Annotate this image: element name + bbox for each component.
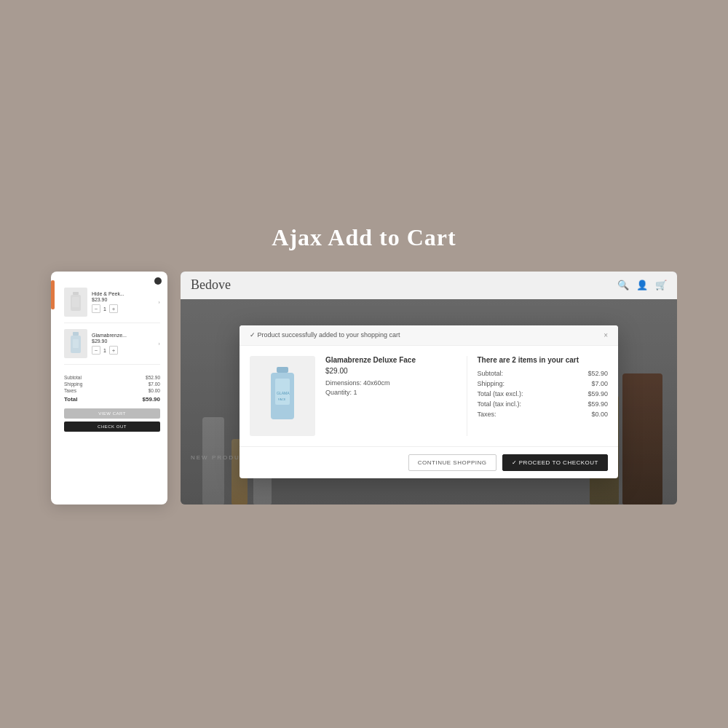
summary-subtotal-label: Subtotal:: [478, 370, 504, 377]
product-quantity: Quantity: 1: [325, 389, 456, 396]
cart-item-info: Glamabrenze... $29.90 − 1 +: [92, 332, 160, 355]
desktop-bg: NEW PRODUCT Bedove 🔍 👤 🛒 ✓ Product succe…: [181, 272, 677, 505]
summary-total-incl-value: $59.90: [587, 400, 608, 408]
summary-taxes-value: $0.00: [591, 411, 608, 418]
orange-accent-bar: [51, 280, 55, 309]
summary-total-incl-label: Total (tax incl.):: [478, 400, 522, 408]
cart-item-qty: − 1 +: [92, 346, 160, 355]
cart-item-arrow: ›: [158, 298, 160, 305]
subtotal-label: Subtotal: [64, 375, 82, 380]
taxes-label: Taxes: [64, 388, 76, 393]
qty-increase-button[interactable]: +: [109, 346, 118, 355]
svg-rect-2: [72, 297, 79, 307]
modal-product-image: GLAMA FACE: [250, 356, 315, 436]
svg-rect-6: [277, 367, 288, 373]
cart-item-image: [64, 288, 87, 317]
qty-value: 1: [103, 306, 106, 312]
product-name: Glamabrenze Deluxe Face: [325, 356, 456, 364]
cart-totals: Subtotal $52.90 Shipping $7.00 Taxes $0.…: [64, 371, 160, 403]
page-title: Ajax Add to Cart: [272, 224, 456, 251]
summary-shipping-label: Shipping:: [478, 380, 505, 387]
shipping-label: Shipping: [64, 381, 82, 387]
shipping-value: $7.00: [149, 381, 160, 387]
product-dimensions: Dimensions: 40x60cm: [325, 379, 456, 387]
qty-decrease-button[interactable]: −: [92, 304, 100, 313]
summary-taxes-label: Taxes:: [478, 411, 496, 418]
mobile-cart-panel: Hide & Peek... $23.90 − 1 + › Glama: [51, 272, 167, 505]
demos-container: Hide & Peek... $23.90 − 1 + › Glama: [51, 272, 677, 505]
search-icon[interactable]: 🔍: [617, 280, 629, 291]
cart-summary-title: There are 2 items in your cart: [478, 356, 609, 364]
total-value: $59.90: [143, 396, 160, 403]
qty-decrease-button[interactable]: −: [92, 346, 100, 355]
store-header: Bedove 🔍 👤 🛒: [181, 272, 677, 299]
summary-total-excl-value: $59.90: [587, 390, 608, 397]
store-header-icons: 🔍 👤 🛒: [617, 280, 667, 291]
checkout-button[interactable]: CHECK OUT: [64, 422, 160, 432]
summary-taxes-row: Taxes: $0.00: [478, 411, 609, 418]
modal-header: ✓ Product successfully added to your sho…: [240, 325, 618, 346]
summary-shipping-value: $7.00: [591, 380, 608, 387]
summary-shipping-row: Shipping: $7.00: [478, 380, 609, 387]
qty-increase-button[interactable]: +: [109, 304, 118, 313]
modal-body: GLAMA FACE Glamabrenze Deluxe Face $29.0…: [240, 346, 618, 446]
summary-total-incl-row: Total (tax incl.): $59.90: [478, 400, 609, 408]
svg-text:FACE: FACE: [278, 397, 286, 401]
cart-item-image: [64, 329, 87, 358]
quantity-label: Quantity:: [325, 389, 352, 396]
cart-grand-total-row: Total $59.90: [64, 396, 160, 403]
continue-shopping-button[interactable]: CONTINUE SHOPPING: [408, 454, 496, 471]
cart-item-qty: − 1 +: [92, 304, 160, 313]
store-logo: Bedove: [191, 277, 231, 293]
taxes-value: $0.00: [149, 388, 160, 393]
cart-shipping-row: Shipping $7.00: [64, 381, 160, 387]
quantity-value: 1: [354, 389, 357, 396]
cart-item-name: Glamabrenze...: [92, 332, 160, 339]
cart-item-name: Hide & Peek...: [92, 290, 160, 297]
cart-item: Glamabrenze... $29.90 − 1 + ›: [64, 329, 160, 365]
svg-rect-0: [73, 292, 79, 295]
product-price: $29.00: [325, 367, 456, 375]
summary-subtotal-value: $52.90: [587, 370, 608, 377]
modal-overlay: ✓ Product successfully added to your sho…: [181, 299, 677, 505]
proceed-checkout-button[interactable]: ✓ PROCEED TO CHECKOUT: [502, 454, 608, 471]
modal-footer: CONTINUE SHOPPING ✓ PROCEED TO CHECKOUT: [240, 446, 618, 478]
cart-item-price: $29.90: [92, 339, 160, 344]
modal-product-details: Glamabrenze Deluxe Face $29.00 Dimension…: [325, 356, 456, 436]
modal-close-button[interactable]: ×: [604, 331, 608, 339]
summary-total-excl-label: Total (tax excl.):: [478, 390, 523, 397]
dimensions-label: Dimensions:: [325, 379, 362, 387]
cart-icon[interactable]: 🛒: [655, 280, 667, 291]
total-label: Total: [64, 396, 78, 403]
svg-rect-5: [73, 339, 79, 348]
modal-cart-summary: There are 2 items in your cart Subtotal:…: [467, 356, 609, 436]
cart-subtotal-row: Subtotal $52.90: [64, 375, 160, 380]
qty-value: 1: [103, 348, 106, 353]
dimensions-value: 40x60cm: [363, 379, 390, 387]
view-cart-button[interactable]: VIEW CART: [64, 408, 160, 419]
cart-taxes-row: Taxes $0.00: [64, 388, 160, 393]
svg-text:GLAMA: GLAMA: [277, 391, 290, 395]
cart-item-arrow: ›: [158, 340, 160, 347]
summary-subtotal-row: Subtotal: $52.90: [478, 370, 609, 377]
svg-rect-3: [73, 332, 79, 336]
add-to-cart-modal: ✓ Product successfully added to your sho…: [240, 325, 618, 478]
modal-success-message: ✓ Product successfully added to your sho…: [250, 331, 400, 339]
cart-item-price: $23.90: [92, 297, 160, 302]
summary-total-excl-row: Total (tax excl.): $59.90: [478, 390, 609, 397]
cart-item-info: Hide & Peek... $23.90 − 1 +: [92, 290, 160, 313]
close-dot: [154, 277, 162, 285]
desktop-panel: NEW PRODUCT Bedove 🔍 👤 🛒 ✓ Product succe…: [181, 272, 677, 505]
cart-buttons: VIEW CART CHECK OUT: [64, 408, 160, 432]
account-icon[interactable]: 👤: [636, 280, 648, 291]
cart-item: Hide & Peek... $23.90 − 1 + ›: [64, 288, 160, 323]
subtotal-value: $52.90: [146, 375, 160, 380]
